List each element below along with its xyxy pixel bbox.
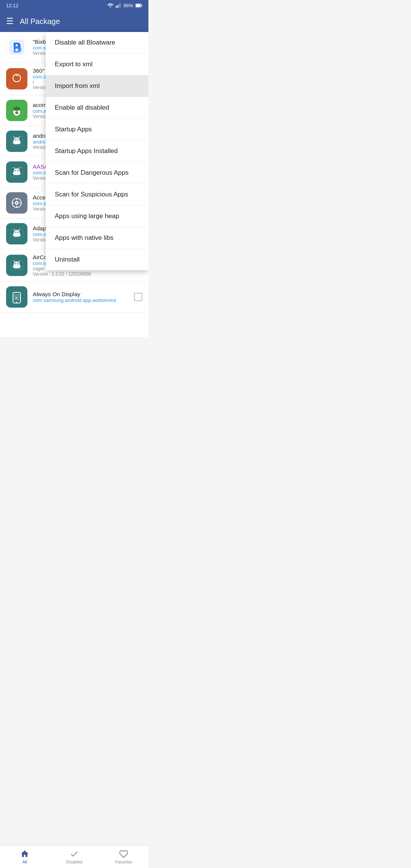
status-bar: 12:12 96% (0, 0, 148, 11)
battery-text: 96% (123, 3, 133, 8)
svg-point-62 (18, 263, 19, 265)
app-bar: ☰ All Package (0, 11, 148, 32)
svg-point-9 (16, 44, 18, 46)
status-time: 12:12 (6, 3, 19, 8)
svg-rect-56 (19, 234, 21, 236)
app-icon-aasa (6, 161, 27, 183)
app-icon-acorns (6, 100, 27, 121)
svg-text:A: A (15, 296, 18, 300)
svg-point-10 (16, 49, 18, 51)
dropdown-item-startup-apps-installed[interactable]: Startup Apps Installed (46, 140, 148, 162)
dropdown-item-import-xml[interactable]: Import from xml (46, 75, 148, 97)
svg-rect-60 (14, 265, 20, 268)
svg-rect-27 (13, 141, 14, 144)
svg-point-33 (15, 170, 16, 171)
svg-point-51 (15, 232, 16, 233)
app-info: Always On Display com.samsung.android.ap… (33, 291, 129, 303)
svg-point-24 (18, 139, 19, 140)
menu-button[interactable]: ☰ (6, 16, 14, 26)
dropdown-item-startup-apps[interactable]: Startup Apps (46, 119, 148, 140)
battery-icon (135, 3, 142, 8)
signal-icon (116, 3, 121, 8)
dropdown-item-native-libs[interactable]: Apps with native libs (46, 227, 148, 249)
svg-rect-28 (19, 141, 21, 144)
svg-point-42 (16, 202, 18, 204)
dropdown-item-enable-disabled[interactable]: Enable all disabled (46, 97, 148, 119)
app-icon-360: 360 (6, 68, 27, 89)
svg-point-52 (18, 232, 19, 233)
svg-rect-4 (119, 3, 121, 8)
svg-rect-65 (13, 265, 14, 268)
svg-rect-1 (116, 6, 117, 8)
status-right: 96% (107, 3, 142, 8)
dropdown-item-scan-dangerous[interactable]: Scan for Dangerous Apps (46, 162, 148, 184)
svg-rect-6 (136, 4, 140, 7)
svg-point-34 (18, 170, 19, 171)
app-icon-android-auto (6, 131, 27, 152)
svg-rect-38 (19, 172, 21, 174)
svg-rect-22 (14, 140, 20, 144)
app-icon-adapt-sound (6, 223, 27, 244)
app-name: Always On Display (33, 291, 129, 297)
svg-point-18 (15, 111, 18, 114)
dropdown-menu: Disable all Bloatware Export to xml Impo… (46, 32, 148, 270)
dropdown-item-scan-suspicious[interactable]: Scan for Suspicious Apps (46, 184, 148, 206)
svg-rect-32 (14, 171, 20, 175)
svg-rect-7 (142, 5, 142, 6)
svg-point-0 (110, 6, 111, 8)
dropdown-item-disable-bloatware[interactable]: Disable all Bloatware (46, 32, 148, 54)
svg-text:360: 360 (14, 81, 19, 85)
app-package: com.samsung.android.app.aodservice (33, 297, 129, 303)
app-version-detail: Version : 1.2.01 / 120100000 (33, 271, 129, 277)
svg-point-61 (15, 263, 16, 265)
svg-rect-66 (19, 265, 21, 268)
svg-point-70 (16, 302, 18, 303)
wifi-icon (107, 3, 113, 8)
svg-rect-50 (14, 233, 20, 237)
app-icon-accessibility (6, 192, 27, 214)
list-item[interactable]: A Always On Display com.samsung.android.… (0, 282, 148, 313)
app-icon-aod: A (6, 286, 27, 308)
svg-point-23 (15, 139, 16, 140)
dropdown-item-export-xml[interactable]: Export to xml (46, 54, 148, 75)
svg-rect-37 (13, 172, 14, 174)
app-icon-aircommand (6, 255, 27, 276)
dropdown-item-large-heap[interactable]: Apps using large heap (46, 206, 148, 227)
svg-rect-3 (118, 4, 119, 8)
dropdown-item-uninstall[interactable]: Uninstall (46, 249, 148, 270)
app-icon-bixby (6, 37, 27, 58)
app-checkbox[interactable] (134, 293, 142, 301)
app-bar-title: All Package (20, 17, 60, 26)
svg-rect-55 (13, 234, 14, 236)
svg-rect-2 (117, 5, 118, 8)
